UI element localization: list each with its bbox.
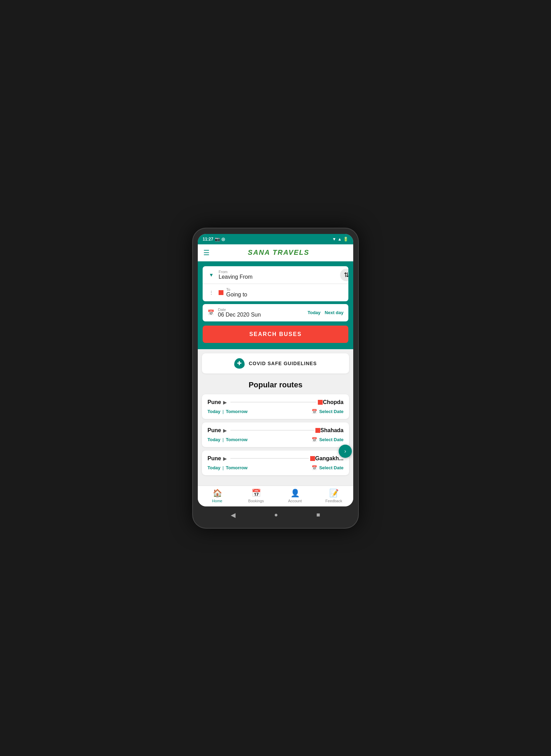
account-icon: 👤 <box>290 489 300 498</box>
battery-icon: 🔋 <box>343 237 348 242</box>
feedback-label: Feedback <box>325 499 342 503</box>
route-header-3: Pune ▶ Gangakh... <box>207 455 344 462</box>
route-from-3: Pune <box>207 455 221 462</box>
route-today-3[interactable]: Today <box>207 465 220 470</box>
route-card-1: Pune ▶ Chopda Today | Tomorrow 📅 Select … <box>202 394 349 419</box>
select-date-3[interactable]: 📅 Select Date <box>312 465 344 470</box>
time: 11:27 <box>203 237 213 242</box>
search-buses-button[interactable]: SEARCH BUSES <box>203 326 348 343</box>
route-header-1: Pune ▶ Chopda <box>207 399 344 405</box>
route-today-2[interactable]: Today <box>207 437 220 442</box>
today-button[interactable]: Today <box>307 310 320 315</box>
select-date-icon-2: 📅 <box>312 437 317 442</box>
route-from-1: Pune <box>207 399 221 405</box>
app-title: SANA TRAVELS <box>210 249 348 257</box>
from-label: From <box>219 270 344 274</box>
from-content: From Leaving From <box>219 270 344 280</box>
nav-feedback[interactable]: 📝 Feedback <box>314 489 353 503</box>
route-actions-3: Today | Tomorrow 📅 Select Date <box>207 465 344 470</box>
menu-icon[interactable]: ☰ <box>203 249 210 257</box>
bookings-label: Bookings <box>248 499 264 503</box>
calendar-icon: 📅 <box>207 309 214 316</box>
covid-text: COVID SAFE GUIDELINES <box>249 361 317 366</box>
route-line-3 <box>230 458 309 459</box>
select-date-label-1: Select Date <box>319 409 344 414</box>
select-date-label-3: Select Date <box>319 465 344 470</box>
account-label: Account <box>288 499 302 503</box>
from-value: Leaving From <box>219 274 344 280</box>
route-to-3: Gangakh... <box>315 455 344 462</box>
select-date-icon-1: 📅 <box>312 409 317 414</box>
to-marker-icon <box>219 290 223 295</box>
from-field[interactable]: ▼ From Leaving From ⇅ <box>203 266 348 284</box>
route-tomorrow-3[interactable]: Tomorrow <box>226 465 248 470</box>
route-line-1 <box>230 402 316 402</box>
route-arrow-2: ▶ <box>223 428 227 433</box>
date-label: Date <box>218 308 304 312</box>
route-tomorrow-1[interactable]: Tomorrow <box>226 409 248 414</box>
route-actions-1: Today | Tomorrow 📅 Select Date <box>207 409 344 414</box>
recents-button[interactable]: ■ <box>316 511 320 519</box>
home-button[interactable]: ● <box>274 511 278 519</box>
route-card-2: Pune ▶ Shahada Today | Tomorrow 📅 Select… <box>202 422 349 447</box>
date-content: Date 06 Dec 2020 Sun <box>218 308 304 318</box>
route-to-1: Chopda <box>323 399 344 405</box>
route-line-2 <box>230 430 314 430</box>
app-header: ☰ SANA TRAVELS <box>198 244 353 261</box>
section-title: Popular routes <box>202 380 349 389</box>
shield-icon: ✚ <box>234 358 245 369</box>
to-icon: ⋮ <box>209 290 214 295</box>
fab-button[interactable]: › <box>339 445 352 458</box>
route-arrow-1: ▶ <box>223 400 227 405</box>
route-to-icon-3 <box>310 456 315 461</box>
search-box: ▼ From Leaving From ⇅ ⋮ <box>203 266 348 301</box>
search-section: ▼ From Leaving From ⇅ ⋮ <box>198 261 353 349</box>
nav-account[interactable]: 👤 Account <box>276 489 314 503</box>
route-divider-2: | <box>222 437 223 442</box>
covid-banner[interactable]: ✚ COVID SAFE GUIDELINES <box>202 353 349 373</box>
route-header-2: Pune ▶ Shahada <box>207 427 344 434</box>
home-icon: 🏠 <box>213 489 222 498</box>
device-screen: 11:27 📷 ◎ ▼ ▲ 🔋 ☰ SANA TRAVELS ▼ <box>198 234 353 506</box>
location-icon: ◎ <box>221 237 225 242</box>
route-to-icon-1 <box>318 400 323 405</box>
route-date-links-2: Today | Tomorrow <box>207 437 247 442</box>
to-field[interactable]: ⋮ To Going to <box>203 284 348 301</box>
route-today-1[interactable]: Today <box>207 409 220 414</box>
feedback-icon: 📝 <box>329 489 339 498</box>
bottom-nav: 🏠 Home 📅 Bookings 👤 Account 📝 Feedback <box>198 486 353 506</box>
status-bar: 11:27 📷 ◎ ▼ ▲ 🔋 <box>198 234 353 244</box>
next-day-button[interactable]: Next day <box>325 310 344 315</box>
route-arrow-3: ▶ <box>223 456 227 461</box>
date-value: 06 Dec 2020 Sun <box>218 312 304 318</box>
wifi-icon: ▼ <box>332 237 336 242</box>
sim-icon: 📷 <box>215 237 220 242</box>
route-date-links-1: Today | Tomorrow <box>207 409 247 414</box>
back-button[interactable]: ◀ <box>231 511 236 519</box>
signal-icon: ▲ <box>338 237 342 242</box>
select-date-icon-3: 📅 <box>312 465 317 470</box>
route-actions-2: Today | Tomorrow 📅 Select Date <box>207 437 344 442</box>
route-to-2: Shahada <box>320 427 344 434</box>
route-from-2: Pune <box>207 427 221 434</box>
date-actions: Today Next day <box>307 310 344 315</box>
route-tomorrow-2[interactable]: Tomorrow <box>226 437 248 442</box>
nav-home[interactable]: 🏠 Home <box>198 489 237 503</box>
select-date-label-2: Select Date <box>319 437 344 442</box>
route-to-icon-2 <box>315 428 320 433</box>
to-content: To Going to <box>226 287 344 298</box>
route-date-links-3: Today | Tomorrow <box>207 465 247 470</box>
route-card-3: Pune ▶ Gangakh... Today | Tomorrow 📅 Sel… <box>202 451 349 475</box>
bookings-icon: 📅 <box>252 489 261 498</box>
home-label: Home <box>212 499 222 503</box>
to-value: Going to <box>226 292 344 298</box>
select-date-1[interactable]: 📅 Select Date <box>312 409 344 414</box>
select-date-2[interactable]: 📅 Select Date <box>312 437 344 442</box>
route-divider-1: | <box>222 409 223 414</box>
nav-bookings[interactable]: 📅 Bookings <box>237 489 276 503</box>
device-frame: 11:27 📷 ◎ ▼ ▲ 🔋 ☰ SANA TRAVELS ▼ <box>192 228 359 529</box>
date-field[interactable]: 📅 Date 06 Dec 2020 Sun Today Next day <box>203 304 348 321</box>
route-divider-3: | <box>222 465 223 470</box>
to-label: To <box>226 287 344 292</box>
from-icon: ▼ <box>209 272 214 278</box>
